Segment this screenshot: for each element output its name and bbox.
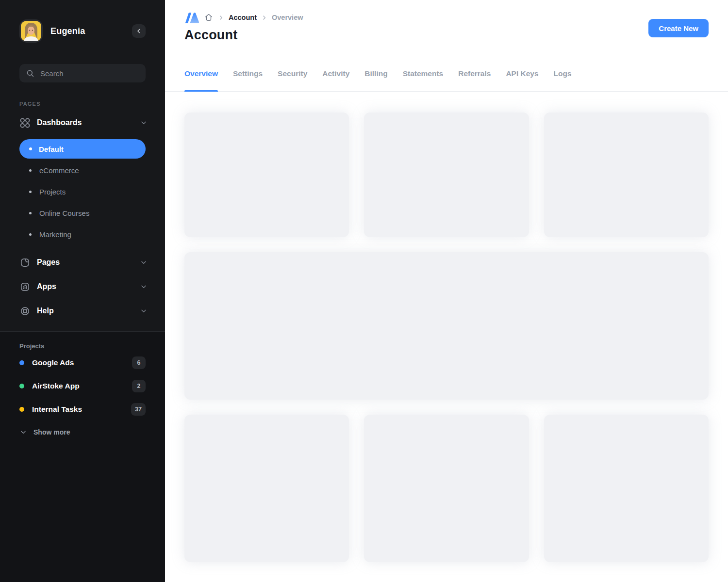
project-dot-icon — [19, 384, 24, 388]
show-more-button[interactable]: Show more — [19, 421, 146, 443]
dashboards-grid-icon — [19, 117, 31, 129]
avatar[interactable] — [19, 19, 43, 43]
search-input[interactable] — [40, 69, 139, 78]
project-label: Google Ads — [32, 358, 74, 367]
placeholder-card — [184, 415, 349, 562]
placeholder-card — [184, 113, 349, 237]
project-item-internal-tasks[interactable]: Internal Tasks 37 — [19, 398, 146, 421]
search-field[interactable] — [19, 64, 146, 82]
tab-referrals[interactable]: Referrals — [458, 56, 491, 91]
sidebar-item-default[interactable]: Default — [19, 139, 146, 159]
main-content: Account Overview Account Create New Over… — [165, 0, 728, 582]
card-row-bottom — [184, 415, 709, 562]
chevron-down-icon — [140, 307, 148, 315]
home-icon[interactable] — [204, 13, 214, 22]
bullet-dot-icon — [29, 233, 32, 236]
placeholder-card — [364, 415, 529, 562]
sidebar-item-dashboards[interactable]: Dashboards — [0, 115, 165, 130]
chevron-down-icon — [140, 283, 148, 291]
chevron-down-icon — [140, 259, 148, 266]
project-item-airstoke-app[interactable]: AirStoke App 2 — [19, 374, 146, 398]
placeholder-card — [364, 113, 529, 237]
sidebar-item-label: eCommerce — [39, 166, 79, 175]
apps-chart-icon — [19, 281, 31, 292]
tab-statements[interactable]: Statements — [403, 56, 444, 91]
collapse-sidebar-button[interactable] — [132, 24, 146, 38]
chevron-down-icon — [19, 428, 27, 436]
count-badge: 6 — [132, 356, 146, 369]
breadcrumb-account[interactable]: Account — [229, 14, 257, 21]
sidebar-item-label: Marketing — [39, 230, 71, 239]
sidebar: Eugenia PAGES Dashboards — [0, 0, 165, 582]
bullet-dot-icon — [29, 147, 32, 150]
dashboards-sub-list: Default eCommerce Projects Online Course… — [0, 139, 165, 245]
project-label: Internal Tasks — [32, 405, 82, 414]
placeholder-card-wide — [184, 252, 709, 400]
sidebar-item-ecommerce[interactable]: eCommerce — [0, 160, 165, 181]
bullet-dot-icon — [29, 212, 32, 214]
page-header: Account Overview Account Create New — [165, 0, 728, 56]
page-icon — [19, 257, 31, 268]
pages-label: Pages — [37, 258, 60, 267]
search-icon — [26, 69, 35, 78]
bullet-dot-icon — [29, 191, 32, 193]
pages-section-label: PAGES — [19, 101, 146, 107]
sidebar-item-online-courses[interactable]: Online Courses — [0, 202, 165, 224]
app-logo[interactable] — [184, 11, 199, 24]
show-more-label: Show more — [33, 428, 70, 436]
count-badge: 2 — [132, 380, 146, 392]
tab-api-keys[interactable]: API Keys — [506, 56, 538, 91]
sidebar-item-pages[interactable]: Pages — [0, 250, 165, 275]
sidebar-top-section: Eugenia PAGES Dashboards — [0, 0, 165, 332]
sidebar-item-marketing[interactable]: Marketing — [0, 224, 165, 245]
placeholder-card — [544, 415, 709, 562]
tab-security[interactable]: Security — [278, 56, 307, 91]
sidebar-item-apps[interactable]: Apps — [0, 275, 165, 299]
tab-settings[interactable]: Settings — [233, 56, 263, 91]
sidebar-user-header: Eugenia — [0, 19, 165, 43]
tab-activity[interactable]: Activity — [322, 56, 349, 91]
tab-billing[interactable]: Billing — [364, 56, 387, 91]
breadcrumb: Account Overview — [184, 11, 709, 24]
card-row-top — [184, 113, 709, 237]
help-label: Help — [37, 307, 54, 315]
sidebar-item-label: Online Courses — [39, 209, 89, 217]
count-badge: 37 — [131, 403, 146, 416]
sidebar-projects-section: Projects Google Ads 6 AirStoke App 2 Int… — [0, 332, 165, 443]
chevron-right-icon — [218, 15, 224, 21]
tab-bar: Overview Settings Security Activity Bill… — [165, 56, 728, 92]
apps-label: Apps — [37, 282, 56, 291]
tab-overview[interactable]: Overview — [184, 56, 218, 91]
page-title: Account — [184, 28, 709, 43]
sidebar-item-label: Default — [39, 145, 64, 153]
project-label: AirStoke App — [32, 382, 80, 390]
content-area — [165, 92, 728, 582]
chevron-down-icon — [140, 119, 148, 127]
chevron-right-icon — [261, 15, 267, 21]
bullet-dot-icon — [29, 169, 32, 172]
breadcrumb-overview: Overview — [272, 14, 303, 21]
projects-section-label: Projects — [19, 342, 146, 351]
placeholder-card — [544, 113, 709, 237]
create-new-button[interactable]: Create New — [648, 19, 709, 37]
project-dot-icon — [19, 360, 24, 365]
sidebar-item-projects[interactable]: Projects — [0, 181, 165, 202]
project-dot-icon — [19, 407, 24, 412]
lifebuoy-icon — [19, 306, 31, 317]
tab-logs[interactable]: Logs — [554, 56, 572, 91]
user-name: Eugenia — [50, 26, 85, 36]
sidebar-item-help[interactable]: Help — [0, 299, 165, 323]
chevron-left-icon — [135, 28, 142, 34]
dashboards-label: Dashboards — [37, 118, 82, 127]
project-item-google-ads[interactable]: Google Ads 6 — [19, 351, 146, 374]
sidebar-item-label: Projects — [39, 188, 66, 196]
